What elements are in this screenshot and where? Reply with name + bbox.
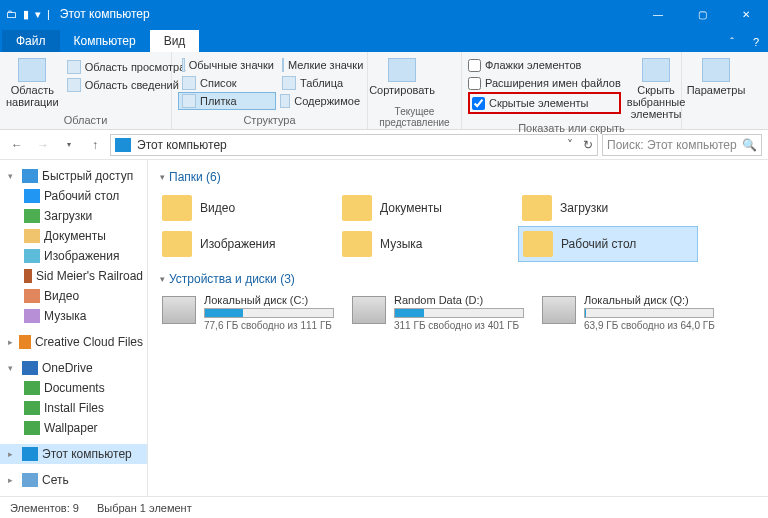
window-title: Этот компьютер — [60, 7, 150, 21]
group-panes: Область навигации Область просмотра Обла… — [0, 52, 172, 129]
check-item-flags[interactable]: Флажки элементов — [468, 56, 621, 74]
titlebar: 🗀 ▮ ▾ | Этот компьютер — ▢ ✕ — [0, 0, 768, 28]
folder-icon: 🗀 — [6, 8, 17, 20]
group-options: Параметры — [682, 52, 750, 129]
options-button[interactable]: Параметры — [688, 54, 744, 96]
layout-content[interactable]: Содержимое — [276, 92, 364, 110]
check-extensions[interactable]: Расширения имен файлов — [468, 74, 621, 92]
qat-sep: | — [47, 8, 50, 20]
minimize-button[interactable]: — — [636, 0, 680, 28]
drive-free: 63,9 ГБ свободно из 64,0 ГБ — [584, 320, 715, 331]
add-columns-button[interactable] — [434, 74, 452, 88]
folder-documents[interactable]: Документы — [338, 190, 518, 226]
drive-icon — [162, 296, 196, 324]
tree-video[interactable]: Видео — [0, 286, 147, 306]
drive-usage-bar — [584, 308, 714, 318]
tree-downloads[interactable]: Загрузки — [0, 206, 147, 226]
tree-documents[interactable]: Документы — [0, 226, 147, 246]
status-count: Элементов: 9 — [10, 502, 79, 514]
sort-button[interactable]: Сортировать — [374, 54, 430, 96]
navbar: ← → ▾ ↑ Этот компьютер ˅ ↻ Поиск: Этот к… — [0, 130, 768, 160]
group-label: Области — [6, 112, 165, 129]
tree-onedrive[interactable]: ▾OneDrive — [0, 358, 147, 378]
nav-tree[interactable]: ▾Быстрый доступ Рабочий стол Загрузки До… — [0, 160, 148, 496]
drives-grid: Локальный диск (C:) 77,6 ГБ свободно из … — [158, 292, 758, 333]
status-bar: Элементов: 9 Выбран 1 элемент — [0, 496, 768, 518]
tree-network[interactable]: ▸Сеть — [0, 470, 147, 490]
tree-od-wallpaper[interactable]: Wallpaper — [0, 418, 147, 438]
tab-computer[interactable]: Компьютер — [60, 30, 150, 52]
drive-name: Локальный диск (C:) — [204, 294, 334, 306]
tab-view[interactable]: Вид — [150, 30, 200, 52]
tree-od-documents[interactable]: Documents — [0, 378, 147, 398]
drive-usage-bar — [394, 308, 524, 318]
drive-free: 311 ГБ свободно из 401 ГБ — [394, 320, 524, 331]
main-body: ▾Быстрый доступ Рабочий стол Загрузки До… — [0, 160, 768, 496]
layout-list[interactable]: Список — [178, 74, 278, 92]
group-by-button[interactable] — [434, 58, 452, 72]
layout-small-icons[interactable]: Мелкие значки — [278, 56, 366, 74]
forward-button[interactable]: → — [32, 134, 54, 156]
content-area: ▾Папки (6) Видео Документы Загрузки Изоб… — [148, 160, 768, 496]
close-button[interactable]: ✕ — [724, 0, 768, 28]
tree-creative-cloud[interactable]: ▸Creative Cloud Files — [0, 332, 147, 352]
group-current-view: Сортировать Текущее представление — [368, 52, 462, 129]
search-input[interactable]: Поиск: Этот компьютер 🔍 — [602, 134, 762, 156]
tree-this-pc[interactable]: ▸Этот компьютер — [0, 444, 147, 464]
recent-locations-button[interactable]: ▾ — [58, 134, 80, 156]
tree-od-install[interactable]: Install Files — [0, 398, 147, 418]
section-folders[interactable]: ▾Папки (6) — [158, 166, 758, 190]
back-button[interactable]: ← — [6, 134, 28, 156]
drive-q[interactable]: Локальный диск (Q:) 63,9 ГБ свободно из … — [538, 292, 728, 333]
check-hidden-items[interactable]: Скрытые элементы — [472, 94, 617, 112]
tree-pictures[interactable]: Изображения — [0, 246, 147, 266]
ribbon-tabs: Файл Компьютер Вид ˆ ? — [0, 28, 768, 52]
address-bar[interactable]: Этот компьютер ˅ ↻ — [110, 134, 598, 156]
drive-d[interactable]: Random Data (D:) 311 ГБ свободно из 401 … — [348, 292, 538, 333]
preview-pane-button[interactable]: Область просмотра — [63, 58, 190, 76]
breadcrumb[interactable]: Этот компьютер — [137, 138, 227, 152]
layout-tiles[interactable]: Плитка — [178, 92, 276, 110]
refresh-icon[interactable]: ↻ — [583, 138, 593, 152]
details-pane-button[interactable]: Область сведений — [63, 76, 190, 94]
folder-downloads[interactable]: Загрузки — [518, 190, 698, 226]
search-icon[interactable]: 🔍 — [742, 138, 757, 152]
ribbon: Область навигации Область просмотра Обла… — [0, 52, 768, 130]
folder-desktop[interactable]: Рабочий стол — [518, 226, 698, 262]
layout-table[interactable]: Таблица — [278, 74, 366, 92]
folder-music[interactable]: Музыка — [338, 226, 518, 262]
up-button[interactable]: ↑ — [84, 134, 106, 156]
layout-large-icons[interactable]: Обычные значки — [178, 56, 278, 74]
drive-name: Random Data (D:) — [394, 294, 524, 306]
drive-icon — [352, 296, 386, 324]
help-button[interactable]: ? — [744, 36, 768, 52]
maximize-button[interactable]: ▢ — [680, 0, 724, 28]
folders-grid: Видео Документы Загрузки Изображения Муз… — [158, 190, 758, 262]
qat-dropdown[interactable]: ▾ — [35, 8, 41, 21]
navigation-pane-button[interactable]: Область навигации — [6, 54, 59, 108]
folder-pictures[interactable]: Изображения — [158, 226, 338, 262]
tab-file[interactable]: Файл — [2, 30, 60, 52]
highlight-hidden-items: Скрытые элементы — [468, 92, 621, 114]
tree-desktop[interactable]: Рабочий стол — [0, 186, 147, 206]
tree-quick-access[interactable]: ▾Быстрый доступ — [0, 166, 147, 186]
section-drives[interactable]: ▾Устройства и диски (3) — [158, 268, 758, 292]
drive-free: 77,6 ГБ свободно из 111 ГБ — [204, 320, 334, 331]
group-show-hide: Флажки элементов Расширения имен файлов … — [462, 52, 682, 129]
qat-item[interactable]: ▮ — [23, 8, 29, 21]
tree-music[interactable]: Музыка — [0, 306, 147, 326]
pc-icon — [115, 138, 131, 152]
size-columns-button[interactable] — [434, 90, 452, 104]
drive-name: Локальный диск (Q:) — [584, 294, 715, 306]
ribbon-collapse-button[interactable]: ˆ — [720, 36, 744, 52]
drive-c[interactable]: Локальный диск (C:) 77,6 ГБ свободно из … — [158, 292, 348, 333]
group-label: Текущее представление — [374, 104, 455, 131]
group-label: Структура — [178, 112, 361, 129]
status-selection: Выбран 1 элемент — [97, 502, 192, 514]
hide-selected-button[interactable]: Скрыть выбранные элементы — [627, 54, 685, 120]
quick-access-toolbar: 🗀 ▮ ▾ | — [6, 8, 50, 21]
drive-usage-bar — [204, 308, 334, 318]
tree-sid[interactable]: Sid Meier's Railroad — [0, 266, 147, 286]
address-dropdown-icon[interactable]: ˅ — [567, 138, 573, 152]
folder-video[interactable]: Видео — [158, 190, 338, 226]
